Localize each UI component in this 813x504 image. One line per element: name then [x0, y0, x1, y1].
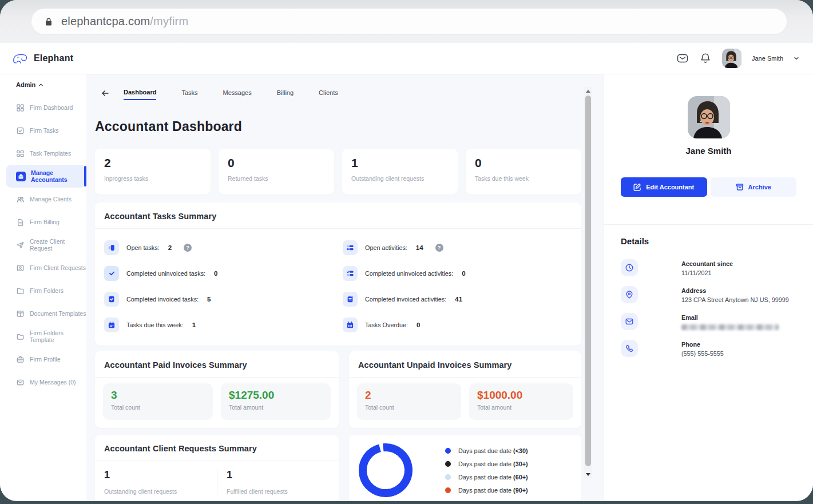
- tab-dashboard[interactable]: Dashboard: [124, 87, 156, 100]
- tab-clients[interactable]: Clients: [319, 88, 338, 100]
- sidebar-item-label: Firm Folders: [30, 287, 64, 294]
- phone-icon: [621, 340, 638, 357]
- details-title: Details: [604, 225, 813, 249]
- task-row-tasks-overdue: Tasks Overdue: 0: [343, 312, 572, 338]
- task-value: 0: [417, 322, 420, 328]
- invoiced-doc-icon: [343, 292, 358, 307]
- task-row-completed-invoiced-tasks: Completed invoiced tasks: 5: [104, 286, 334, 312]
- client-requests-panel: Accountant Client Requests Summary 1 Out…: [95, 435, 339, 501]
- check-icon: [104, 266, 119, 281]
- legend-dot: [445, 487, 451, 493]
- sidebar-item-firm-tasks[interactable]: Firm Tasks: [0, 119, 86, 142]
- sidebar-item-label: Firm Folders Template: [30, 330, 86, 343]
- task-value: 41: [455, 296, 462, 303]
- sidebar-item-label: Firm Profile: [30, 356, 61, 363]
- detail-value: 11/11/2021: [681, 269, 733, 276]
- tab-billing[interactable]: Billing: [277, 88, 294, 100]
- scroll-up-arrow[interactable]: [584, 87, 592, 95]
- unpaid-invoices-panel: Accountant Unpaid Invoices Summary 2 Tot…: [349, 351, 581, 428]
- header-actions: Jane Smith: [676, 49, 813, 68]
- scrollbar-thumb[interactable]: [585, 96, 591, 466]
- detail-row-accountant-since: Accountant since 11/11/2021: [604, 259, 813, 276]
- sidebar-item-task-templates[interactable]: Task Templates: [0, 142, 86, 165]
- donut-chart: [358, 443, 413, 498]
- location-pin-icon: [621, 286, 638, 303]
- help-icon[interactable]: ?: [184, 244, 192, 252]
- sidebar-item-label: Firm Billing: [30, 219, 60, 225]
- stat-card-outstanding-requests: 1 Outstanding client requests: [342, 149, 458, 195]
- sidebar-item-label: Firm Client Requests: [30, 264, 86, 271]
- tab-tasks[interactable]: Tasks: [181, 88, 197, 100]
- stat-cards: 2 Inprogress tasks 0 Returned tasks 1 Ou…: [95, 149, 581, 195]
- detail-label: Accountant since: [681, 260, 733, 267]
- outstanding-requests-cell: 1 Outstanding client requests: [95, 468, 217, 495]
- task-label: Open activities:: [365, 244, 407, 251]
- task-row-completed-invoiced-activities: Completed invoiced activities: 41: [343, 286, 572, 312]
- brand-name: Elephant: [34, 53, 73, 64]
- sidebar-item-create-client-request[interactable]: Create Client Request: [0, 233, 86, 256]
- sidebar-item-my-messages[interactable]: My Messages (0): [0, 371, 86, 394]
- sidebar-item-firm-folders[interactable]: Firm Folders: [0, 279, 86, 302]
- stat-label: Outstanding client requests: [351, 175, 449, 182]
- edit-pencil-icon: [633, 183, 641, 191]
- notifications-bell-icon[interactable]: [699, 52, 712, 65]
- scroll-down-arrow[interactable]: [584, 470, 592, 478]
- sidebar-section-admin[interactable]: Admin: [0, 78, 86, 91]
- task-label: Completed invoiced tasks:: [126, 296, 199, 303]
- messages-icon[interactable]: [676, 52, 689, 65]
- paid-amount-card: $1275.00 Total amount: [221, 383, 331, 420]
- tasks-summary-panel: Accountant Tasks Summary Open tasks: 2 ?…: [95, 203, 581, 346]
- unpaid-amount-card: $1000.00 Total amount: [469, 383, 573, 420]
- unpaid-amount-label: Total amount: [477, 404, 565, 411]
- sidebar-item-manage-clients[interactable]: Manage Clients: [0, 188, 86, 211]
- invoice-file-icon: [16, 218, 25, 227]
- url-host: elephantcpa.com: [61, 15, 150, 27]
- sidebar-item-label: Manage Accountants: [31, 169, 86, 183]
- task-label: Completed invoiced activities:: [365, 296, 446, 303]
- archive-button[interactable]: Archive: [711, 177, 797, 197]
- legend-dot: [445, 474, 451, 480]
- unpaid-invoices-title: Accountant Unpaid Invoices Summary: [349, 351, 581, 378]
- stat-value: 2: [104, 156, 201, 170]
- stat-label: Inprogress tasks: [104, 175, 201, 182]
- sidebar-item-label: My Messages (0): [30, 379, 76, 386]
- sidebar-item-firm-billing[interactable]: Firm Billing: [0, 211, 86, 233]
- paid-amount: $1275.00: [229, 389, 323, 402]
- sidebar-item-firm-folders-template[interactable]: Firm Folders Template: [0, 325, 86, 348]
- user-avatar[interactable]: [722, 49, 741, 68]
- legend-item-lt30: Days past due date (<30): [445, 447, 528, 454]
- url-bar[interactable]: elephantcpa.com/myfirm: [31, 9, 787, 34]
- tab-messages[interactable]: Messages: [223, 88, 252, 100]
- task-row-tasks-due-this-week: Tasks due this week: 1: [104, 312, 334, 338]
- back-arrow-icon[interactable]: [101, 89, 110, 98]
- task-row-open-activities: Open activities: 14 ?: [343, 235, 572, 260]
- stat-value: 1: [351, 156, 449, 170]
- lock-icon: [44, 17, 53, 26]
- task-value: 14: [416, 244, 423, 251]
- task-row-open-tasks: Open tasks: 2 ?: [104, 235, 334, 260]
- briefcase-icon: [16, 172, 26, 181]
- calendar-overdue-icon: [343, 318, 358, 332]
- help-icon[interactable]: ?: [435, 244, 443, 252]
- task-value: 0: [462, 270, 465, 277]
- detail-row-email: Email: [604, 313, 813, 330]
- detail-label: Phone: [681, 341, 724, 348]
- donut-legend: Days past due date (<30) Days past due d…: [445, 447, 528, 494]
- paid-count: 3: [111, 389, 205, 402]
- app-logo[interactable]: Elephant: [0, 50, 86, 66]
- open-task-icon: [104, 240, 119, 255]
- vertical-scrollbar[interactable]: [584, 87, 592, 478]
- sidebar-item-firm-profile[interactable]: Firm Profile: [0, 348, 86, 371]
- sidebar-item-manage-accountants[interactable]: Manage Accountants: [6, 165, 86, 188]
- redacted-email-value: [681, 324, 779, 330]
- legend-item-60plus: Days past due date (60+): [445, 474, 528, 481]
- tab-bar: Dashboard Tasks Messages Billing Clients: [95, 87, 590, 100]
- edit-accountant-button[interactable]: Edit Accountant: [621, 177, 707, 197]
- sidebar-item-document-templates[interactable]: Document Templates: [0, 302, 86, 325]
- sidebar-item-firm-client-requests[interactable]: Firm Client Requests: [0, 256, 86, 279]
- admin-label: Admin: [16, 81, 35, 88]
- sidebar-item-firm-dashboard[interactable]: Firm Dashboard: [0, 96, 86, 119]
- stat-label: Tasks due this week: [475, 175, 572, 182]
- chevron-down-icon[interactable]: [794, 55, 799, 61]
- folder-icon: [16, 287, 25, 295]
